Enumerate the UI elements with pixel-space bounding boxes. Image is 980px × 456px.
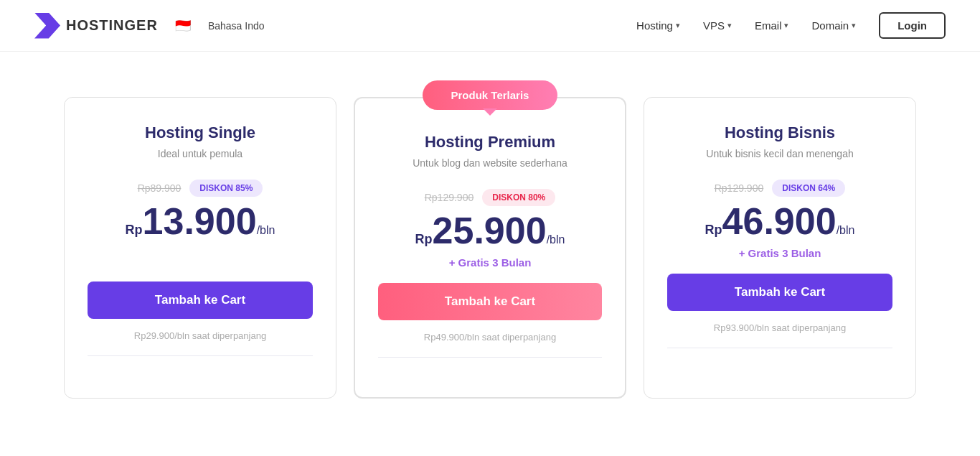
card-bisnis-renewal: Rp93.900/bln saat diperpanjang (667, 322, 892, 333)
pricing-cards: Hosting Single Ideal untuk pemula Rp89.9… (43, 97, 937, 399)
nav-left: HOSTINGER 🇮🇩 Bahasa Indo (34, 13, 265, 39)
nav-domain-label: Domain (811, 19, 849, 32)
chevron-down-icon: ▾ (852, 21, 856, 30)
chevron-down-icon: ▾ (727, 21, 732, 30)
card-single-subtitle: Ideal untuk pemula (88, 148, 313, 159)
card-single-pricing-row: Rp89.900 DISKON 85% (88, 180, 313, 197)
card-premium-original-price: Rp129.900 (425, 192, 474, 203)
nav-domain[interactable]: Domain ▾ (811, 19, 856, 32)
chevron-down-icon: ▾ (676, 21, 680, 30)
card-bisnis-big-price: Rp 46.900 /bln (667, 203, 892, 240)
card-bisnis-price-rp: Rp (705, 223, 722, 238)
produk-terlaris-badge: Produk Terlaris (423, 80, 558, 110)
nav-hosting-label: Hosting (636, 19, 673, 32)
logo-icon (34, 13, 60, 39)
chevron-down-icon: ▾ (784, 21, 788, 30)
card-premium-title: Hosting Premium (378, 133, 602, 152)
card-bisnis-price-num: 46.900 (722, 203, 837, 240)
card-bisnis-title: Hosting Bisnis (667, 124, 892, 142)
nav-hosting[interactable]: Hosting ▾ (636, 19, 680, 32)
nav-vps-label: VPS (703, 19, 725, 32)
card-premium-big-price: Rp 25.900 /bln (378, 212, 602, 249)
card-single-price-rp: Rp (126, 223, 143, 238)
card-premium-gratis: + Gratis 3 Bulan (378, 256, 602, 269)
nav-right: Hosting ▾ VPS ▾ Email ▾ Domain ▾ Login (636, 12, 946, 39)
card-single-discount-badge: DISKON 85% (189, 180, 263, 197)
card-single-price-num: 13.900 (143, 203, 257, 240)
card-premium-renewal: Rp49.900/bln saat diperpanjang (378, 332, 602, 343)
card-single-title: Hosting Single (88, 124, 313, 142)
nav-email[interactable]: Email ▾ (755, 19, 789, 32)
lang-flag: 🇮🇩 (175, 18, 191, 34)
card-bisnis-original-price: Rp129.900 (715, 182, 764, 194)
card-bisnis-divider (667, 348, 892, 348)
card-bisnis-add-button[interactable]: Tambah ke Cart (667, 274, 892, 311)
card-bisnis-pricing-row: Rp129.900 DISKON 64% (667, 180, 892, 197)
lang-label: Bahasa Indo (208, 20, 265, 32)
card-premium-price-num: 25.900 (433, 212, 547, 249)
card-bisnis-gratis: + Gratis 3 Bulan (667, 247, 892, 259)
card-premium-pricing-row: Rp129.900 DISKON 80% (378, 189, 602, 206)
card-single-divider (88, 355, 313, 356)
card-premium-add-button[interactable]: Tambah ke Cart (378, 283, 602, 320)
logo[interactable]: HOSTINGER (34, 13, 158, 39)
card-single-price-period: /bln (257, 224, 275, 237)
card-single-original-price: Rp89.900 (138, 182, 182, 194)
main-content: Produk Terlaris Hosting Single Ideal unt… (0, 52, 980, 442)
card-premium-price-rp: Rp (415, 232, 433, 247)
card-bisnis-discount-badge: DISKON 64% (772, 180, 845, 197)
card-bisnis: Hosting Bisnis Untuk bisnis kecil dan me… (644, 97, 916, 399)
card-bisnis-price-period: /bln (837, 224, 855, 237)
card-single-add-button[interactable]: Tambah ke Cart (88, 281, 313, 319)
logo-text: HOSTINGER (66, 17, 158, 34)
card-premium-price-period: /bln (547, 233, 565, 246)
card-premium-subtitle: Untuk blog dan website sederhana (378, 157, 602, 169)
card-premium-discount-badge: DISKON 80% (482, 189, 555, 206)
card-single-big-price: Rp 13.900 /bln (88, 203, 313, 240)
card-premium: Hosting Premium Untuk blog dan website s… (354, 97, 626, 399)
nav-vps[interactable]: VPS ▾ (703, 19, 732, 32)
navbar: HOSTINGER 🇮🇩 Bahasa Indo Hosting ▾ VPS ▾… (0, 0, 980, 52)
card-single: Hosting Single Ideal untuk pemula Rp89.9… (64, 97, 336, 399)
card-bisnis-subtitle: Untuk bisnis kecil dan menengah (667, 148, 892, 159)
login-button[interactable]: Login (879, 12, 946, 39)
card-single-renewal: Rp29.900/bln saat diperpanjang (88, 330, 313, 341)
nav-email-label: Email (755, 19, 782, 32)
card-premium-divider (378, 357, 602, 358)
